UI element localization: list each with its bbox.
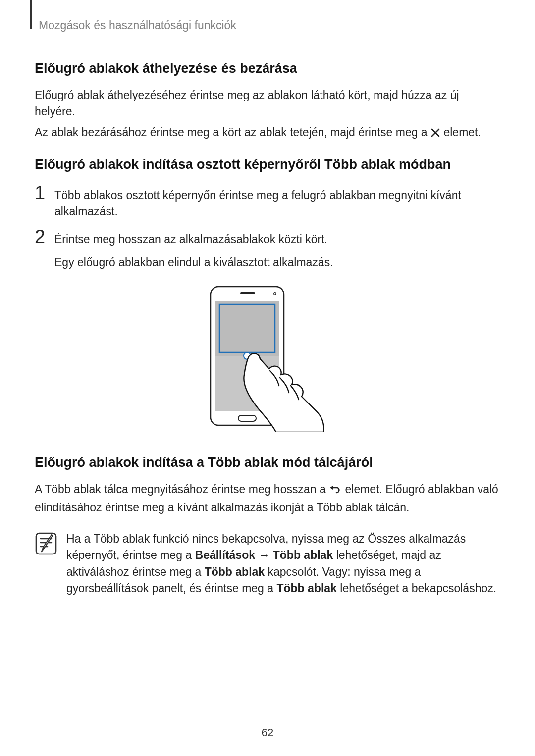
running-header: Mozgások és használhatósági funkciók (39, 19, 500, 32)
heading-launch-from-tray: Előugró ablakok indítása a Több ablak mó… (35, 455, 500, 470)
heading-move-close-popups: Előugró ablakok áthelyezése és bezárása (35, 61, 500, 76)
close-icon (430, 126, 440, 142)
note-icon (35, 531, 57, 557)
paragraph-close-popup: Az ablak bezárásához érintse meg a kört … (35, 124, 500, 142)
paragraph-open-tray: A Több ablak tálca megnyitásához érintse… (35, 481, 500, 516)
bold-multiwindow-1: Több ablak (273, 549, 333, 561)
svg-rect-4 (240, 292, 255, 294)
bold-settings: Beállítások (195, 549, 255, 561)
page-number: 62 (0, 726, 535, 739)
back-icon (329, 483, 342, 499)
note-block: Ha a Több ablak funkció nincs bekapcsolv… (35, 531, 500, 597)
step-number: 2 (35, 227, 54, 246)
text-segment: elemet. (443, 126, 481, 139)
step-text: Több ablakos osztott képernyőn érintse m… (54, 183, 500, 220)
note-text: Ha a Több ablak funkció nincs bekapcsolv… (66, 531, 500, 597)
text-segment: Az ablak bezárásához érintse meg a kört … (35, 126, 430, 139)
step-2: 2 Érintse meg hosszan az alkalmazásablak… (35, 227, 500, 248)
step-text: Érintse meg hosszan az alkalmazásablakok… (54, 227, 327, 248)
bold-multiwindow-2: Több ablak (205, 565, 265, 578)
paragraph-move-popup: Előugró ablak áthelyezéséhez érintse meg… (35, 87, 500, 120)
illustration-phone-touch (35, 284, 500, 432)
step-2-result: Egy előugró ablakban elindul a kiválaszt… (54, 254, 500, 271)
step-number: 1 (35, 183, 54, 202)
step-1: 1 Több ablakos osztott képernyőn érintse… (35, 183, 500, 220)
bold-multiwindow-3: Több ablak (276, 582, 336, 595)
arrow-separator: → (255, 549, 273, 561)
text-segment: A Több ablak tálca megnyitásához érintse… (35, 483, 329, 496)
page-crop-mark (30, 0, 32, 29)
heading-launch-from-split: Előugró ablakok indítása osztott képerny… (35, 157, 500, 172)
text-segment: lehetőséget a bekapcsoláshoz. (337, 582, 496, 595)
